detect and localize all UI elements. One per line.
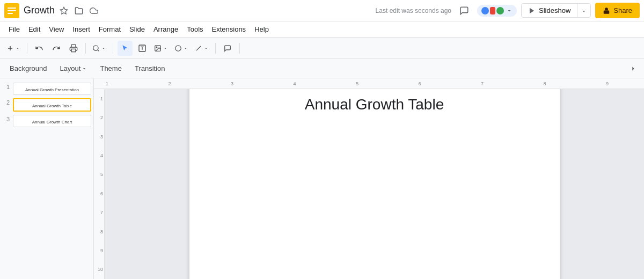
ruler-content: 1 2 3 4 5 6 7 8 9 10 11 12 13 14 15 16 1… xyxy=(105,78,644,89)
undo-button[interactable] xyxy=(32,41,47,56)
ruler-left-1: 1 xyxy=(94,89,104,108)
slide-item-3[interactable]: 3 Annual Growth Chart xyxy=(2,115,91,127)
slideshow-main[interactable]: Slideshow xyxy=(522,4,577,17)
redo-button[interactable] xyxy=(49,41,64,56)
toolbar-scroll-right[interactable] xyxy=(627,62,640,75)
svg-rect-1 xyxy=(8,8,16,9)
separator-5 xyxy=(239,43,240,54)
title-bar: Growth Last edit was seconds ago xyxy=(0,0,644,21)
cursor-tool-button[interactable] xyxy=(118,41,133,56)
menu-help[interactable]: Help xyxy=(250,23,273,35)
menu-view[interactable]: View xyxy=(45,23,68,35)
menu-edit[interactable]: Edit xyxy=(24,23,45,35)
meet-button[interactable] xyxy=(477,5,517,17)
separator-1 xyxy=(27,43,27,54)
svg-point-11 xyxy=(156,47,157,48)
menu-file[interactable]: File xyxy=(4,23,24,35)
transition-button[interactable]: Transition xyxy=(129,62,171,75)
svg-point-8 xyxy=(93,45,98,50)
share-button[interactable]: Share xyxy=(595,3,640,18)
menu-tools[interactable]: Tools xyxy=(182,23,207,35)
ruler-left-8: 8 xyxy=(94,222,104,241)
comment-button[interactable] xyxy=(220,41,235,56)
slide-thumb-title-1: Annual Growth Presentation xyxy=(13,83,91,94)
slide-canvas[interactable]: Annual Growth Table xyxy=(189,89,560,279)
slide-number-2: 2 xyxy=(2,98,10,106)
ruler-left-5: 5 xyxy=(94,165,104,184)
ruler-left-7: 7 xyxy=(94,203,104,222)
slide-thumb-2[interactable]: Annual Growth Table xyxy=(13,98,91,112)
slide-number-3: 3 xyxy=(2,115,10,122)
header-right: Last edit was seconds ago Slide xyxy=(369,2,640,19)
slide-thumb-title-3: Annual Growth Chart xyxy=(13,115,91,127)
menu-bar: File Edit View Insert Format Slide Arran… xyxy=(0,21,644,38)
svg-rect-6 xyxy=(604,10,610,13)
separator-4 xyxy=(215,43,216,54)
title-icons xyxy=(58,5,100,17)
svg-point-12 xyxy=(175,45,181,51)
menu-insert[interactable]: Insert xyxy=(68,23,94,35)
line-button[interactable] xyxy=(193,41,211,56)
ruler-left: 1 2 3 4 5 6 7 8 9 10 xyxy=(94,89,105,279)
share-label: Share xyxy=(613,6,632,14)
slide-item-1[interactable]: 1 Annual Growth Presentation xyxy=(2,83,91,95)
text-box-button[interactable] xyxy=(135,41,150,56)
slideshow-label: Slideshow xyxy=(539,6,570,14)
star-button[interactable] xyxy=(58,5,70,17)
svg-marker-5 xyxy=(530,8,534,13)
ruler-left-10: 10 xyxy=(94,260,104,279)
svg-line-13 xyxy=(196,46,201,50)
background-button[interactable]: Background xyxy=(4,62,52,75)
ruler-top-marks: 1 2 3 4 5 6 7 8 9 10 11 12 13 14 15 16 1… xyxy=(105,81,644,86)
svg-rect-7 xyxy=(71,49,76,52)
ruler-left-2: 2 xyxy=(94,108,104,127)
slide-panel: 1 Annual Growth Presentation 2 Annual Gr… xyxy=(0,78,94,279)
ruler-left-3: 3 xyxy=(94,127,104,146)
ruler-top: 1 2 3 4 5 6 7 8 9 10 11 12 13 14 15 16 1… xyxy=(94,78,644,89)
separator-2 xyxy=(85,43,86,54)
comments-button[interactable] xyxy=(456,2,473,19)
last-edit-text: Last edit was seconds ago xyxy=(376,7,451,14)
layout-label: Layout xyxy=(60,64,80,72)
app-logo[interactable] xyxy=(4,3,19,18)
ruler-left-4: 4 xyxy=(94,146,104,165)
ruler-left-9: 9 xyxy=(94,241,104,260)
menu-format[interactable]: Format xyxy=(94,23,125,35)
slide-canvas-container[interactable]: Annual Growth Table xyxy=(105,89,644,279)
canvas-area: 1 2 3 4 5 6 7 8 9 10 Annual Growth Table xyxy=(94,89,644,279)
slide-title: Annual Growth Table xyxy=(305,96,444,113)
collab-dots xyxy=(481,7,504,14)
add-button[interactable] xyxy=(4,41,23,56)
workspace: 1 2 3 4 5 6 7 8 9 10 11 12 13 14 15 16 1… xyxy=(94,78,644,279)
doc-title[interactable]: Growth xyxy=(24,5,55,16)
menu-slide[interactable]: Slide xyxy=(125,23,149,35)
slide-item-2[interactable]: 2 Annual Growth Table xyxy=(2,98,91,112)
image-button[interactable] xyxy=(152,41,170,56)
slide-thumb-1[interactable]: Annual Growth Presentation xyxy=(13,83,91,95)
separator-3 xyxy=(113,43,113,54)
layout-button[interactable]: Layout xyxy=(54,62,92,75)
slideshow-dropdown-arrow[interactable] xyxy=(577,4,590,17)
slide-number-1: 1 xyxy=(2,83,10,90)
menu-arrange[interactable]: Arrange xyxy=(149,23,182,35)
zoom-dropdown[interactable] xyxy=(90,41,108,56)
slide-thumb-title-2: Annual Growth Table xyxy=(14,99,90,111)
print-button[interactable] xyxy=(66,41,81,56)
svg-rect-2 xyxy=(8,10,16,11)
shapes-button[interactable] xyxy=(172,41,191,56)
ruler-left-6: 6 xyxy=(94,184,104,203)
svg-marker-4 xyxy=(60,7,67,14)
svg-rect-3 xyxy=(8,13,13,14)
theme-button[interactable]: Theme xyxy=(94,62,127,75)
move-to-folder-button[interactable] xyxy=(73,5,85,17)
cloud-save-button[interactable] xyxy=(88,5,100,17)
toolbar xyxy=(0,38,644,59)
slideshow-button[interactable]: Slideshow xyxy=(521,3,591,18)
slide-thumb-3[interactable]: Annual Growth Chart xyxy=(13,115,91,127)
menu-extensions[interactable]: Extensions xyxy=(208,23,251,35)
slide-toolbar: Background Layout Theme Transition xyxy=(0,59,644,78)
main-layout: 1 Annual Growth Presentation 2 Annual Gr… xyxy=(0,78,644,279)
